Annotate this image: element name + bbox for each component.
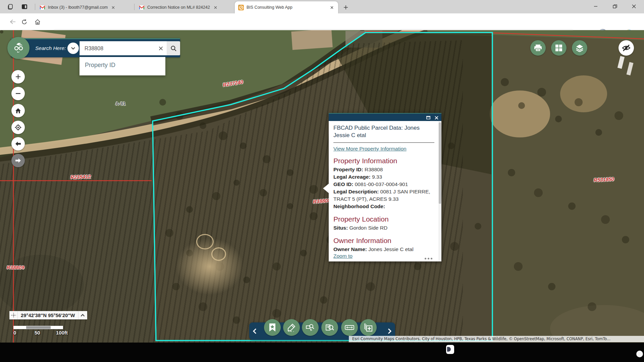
zoom-in-button[interactable] — [11, 70, 25, 83]
search-field — [79, 41, 167, 55]
layers-icon — [576, 44, 584, 52]
browser-toolbar: https://gis.bisclient.com/fortbendcad/in… — [0, 13, 644, 30]
field-label: GEO ID: — [333, 181, 353, 187]
minus-icon — [15, 93, 21, 94]
locate-me-button[interactable] — [11, 121, 25, 134]
field-row: Owner Name: Jones Jessie C etal — [333, 246, 434, 251]
tab-close-icon[interactable] — [110, 5, 116, 10]
popup-scrollbar[interactable] — [438, 121, 441, 261]
search-input[interactable] — [84, 41, 152, 56]
ruler-icon — [345, 324, 354, 331]
field-row: Legal Acreage: 9.33 — [333, 173, 434, 181]
section-heading: Property Location — [333, 215, 434, 223]
bottom-strip — [0, 343, 644, 362]
window-restore-button[interactable] — [607, 0, 623, 13]
eye-slash-icon — [622, 44, 631, 52]
bookmark-star-icon — [269, 323, 276, 332]
new-tab-icon[interactable] — [341, 3, 350, 11]
bookmarks-button[interactable] — [264, 319, 281, 336]
section-heading: Property Information — [333, 157, 434, 165]
previous-extent-button[interactable] — [11, 137, 25, 150]
search-type-dropdown[interactable] — [67, 43, 79, 54]
view-more-link[interactable]: View More Property Information — [333, 146, 407, 152]
select-button[interactable] — [302, 319, 319, 336]
document-magnifier-icon — [325, 323, 334, 332]
workspaces-icon[interactable] — [6, 3, 15, 11]
popup-title: FBCAD Public Parcel Data: Jones Jessie C… — [333, 124, 434, 139]
add-layers-icon — [364, 323, 373, 332]
search-suggestion-panel: Property ID — [79, 57, 165, 75]
tab-label: Inbox (3) - lbooth77@gmail.com — [48, 5, 108, 10]
field-label: Owner Name: — [333, 246, 367, 251]
popup-close-icon[interactable] — [433, 115, 439, 121]
layers-button[interactable] — [572, 40, 587, 56]
home-icon[interactable] — [33, 17, 42, 26]
basemap-gallery-button[interactable] — [551, 40, 567, 56]
tab-label: Correction Notice on ML# 824242 — [147, 5, 210, 10]
tab-label: BIS Consulting Web App — [247, 5, 292, 10]
measure-button[interactable] — [341, 319, 358, 336]
next-extent-button[interactable] — [11, 154, 25, 167]
popup-scrollbar-thumb[interactable] — [439, 122, 441, 204]
tab-close-icon[interactable] — [329, 5, 335, 10]
search-icon — [170, 45, 177, 52]
bis-compass-icon — [238, 5, 244, 10]
search-label: Search Here: — [35, 45, 66, 51]
scale-end: 100ft — [56, 330, 68, 336]
tab-inbox[interactable]: Inbox (3) - lbooth77@gmail.com — [36, 1, 133, 13]
bottom-corner-glyph — [636, 351, 643, 357]
suggestion-property-id[interactable]: Property ID — [85, 62, 115, 69]
popup-more-options-icon[interactable] — [425, 258, 432, 259]
field-label: Legal Description: — [333, 189, 379, 194]
map-canvas[interactable]: R237240 A-81 R235412 R38808 R531850 R388… — [0, 30, 644, 343]
tab-bis-webapp-active[interactable]: BIS Consulting Web App — [235, 1, 338, 13]
tab-close-icon[interactable] — [213, 5, 218, 10]
field-label: Neighborhood Code: — [333, 203, 385, 209]
printer-icon — [534, 44, 542, 52]
field-row: Property ID: R38808 — [333, 166, 434, 173]
property-search-button[interactable] — [321, 319, 338, 336]
back-icon[interactable] — [8, 17, 17, 26]
draw-button[interactable] — [283, 319, 300, 336]
crosshair-icon[interactable] — [9, 311, 18, 319]
field-value: 0081-00-037-0004-901 — [355, 181, 408, 187]
toolbar-next-icon[interactable] — [386, 327, 394, 335]
bis-logo[interactable] — [7, 37, 30, 59]
popup-pointer — [323, 184, 329, 193]
popup-body: FBCAD Public Parcel Data: Jones Jessie C… — [329, 121, 438, 251]
popup-maximize-icon[interactable] — [425, 115, 431, 121]
home-extent-button[interactable] — [11, 104, 25, 117]
grid-icon — [555, 44, 562, 52]
clear-search-icon[interactable] — [157, 45, 164, 52]
field-row: GEO ID: 0081-00-037-0004-901 — [333, 181, 434, 188]
toolbar-prev-icon[interactable] — [251, 327, 259, 335]
scale-bar-labels: 0 50 100ft — [13, 330, 63, 336]
field-value: R38808 — [365, 167, 383, 172]
refresh-icon[interactable] — [19, 17, 29, 26]
popup-header[interactable] — [329, 113, 441, 121]
bottom-overlay-card — [446, 345, 454, 354]
field-value: Gordon Side RD — [349, 225, 387, 231]
tab-correction-notice[interactable]: Correction Notice on ML# 824242 — [136, 1, 233, 13]
gmail-icon — [40, 5, 45, 10]
add-data-button[interactable] — [360, 319, 377, 336]
abstract-label: A-81 — [115, 101, 125, 106]
tab-actions-icon[interactable] — [20, 3, 29, 11]
zoom-out-button[interactable] — [11, 87, 25, 100]
window-minimize-button[interactable] — [588, 0, 603, 13]
print-button[interactable] — [530, 40, 546, 56]
search-button[interactable] — [167, 41, 180, 55]
browser-window: Inbox (3) - lbooth77@gmail.com Correctio… — [0, 0, 644, 362]
chevron-up-icon[interactable] — [78, 311, 87, 319]
field-row: Legal Description: 0081 J SAN PIERRE, TR… — [333, 188, 434, 203]
chevron-down-icon — [71, 47, 75, 50]
tab-bar: Inbox (3) - lbooth77@gmail.com Correctio… — [0, 0, 644, 13]
gmail-icon — [139, 5, 145, 10]
tab-separator — [134, 4, 135, 10]
scale-bar: 0 50 100ft — [13, 326, 63, 336]
hide-ui-button[interactable] — [619, 40, 634, 56]
field-value: Jones Jessie C etal — [368, 246, 413, 251]
popup-footer: Zoom to — [329, 251, 438, 261]
zoom-to-link[interactable]: Zoom to — [333, 253, 353, 259]
window-close-button[interactable] — [626, 0, 642, 13]
